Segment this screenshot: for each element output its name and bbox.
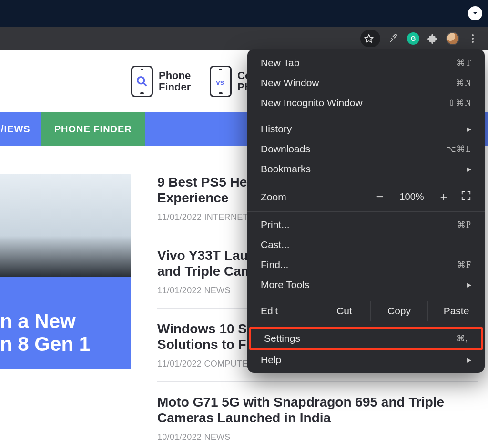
- menu-help[interactable]: Help▸: [247, 350, 485, 370]
- menu-bookmarks[interactable]: Bookmarks▸: [247, 159, 485, 179]
- hero-column: n a New n 8 Gen 1: [0, 174, 131, 448]
- menu-separator: [247, 182, 485, 182]
- fullscreen-icon[interactable]: [461, 190, 471, 203]
- menu-paste[interactable]: Paste: [427, 301, 485, 321]
- menu-print[interactable]: Print...⌘P: [247, 215, 485, 235]
- bookmark-star-button[interactable]: [360, 30, 380, 47]
- phone-finder-icon: [131, 66, 153, 97]
- zoom-in-button[interactable]: +: [439, 189, 448, 204]
- menu-cast[interactable]: Cast...: [247, 235, 485, 255]
- hero-headline: n a New n 8 Gen 1: [0, 277, 131, 369]
- chrome-main-menu: New Tab⌘T New Window⌘N New Incognito Win…: [247, 49, 485, 373]
- browser-titlebar: [0, 0, 488, 27]
- eyedropper-extension-icon[interactable]: [387, 32, 400, 45]
- hero-image: [0, 174, 131, 277]
- window-dropdown-icon[interactable]: [468, 6, 482, 20]
- profile-avatar[interactable]: [446, 32, 459, 45]
- menu-history[interactable]: History▸: [247, 119, 485, 139]
- menu-settings[interactable]: Settings⌘,: [251, 329, 481, 348]
- menu-separator: [247, 211, 485, 212]
- phone-finder-label: Phone Finder: [159, 70, 191, 93]
- grammarly-extension-icon[interactable]: G: [407, 32, 419, 45]
- menu-more-tools[interactable]: More Tools▸: [247, 275, 485, 295]
- nav-phone-finder[interactable]: PHONE FINDER: [41, 112, 145, 146]
- menu-new-tab[interactable]: New Tab⌘T: [247, 53, 485, 73]
- svg-text:vs: vs: [216, 78, 224, 86]
- menu-cut[interactable]: Cut: [318, 301, 370, 321]
- menu-incognito[interactable]: New Incognito Window⇧⌘N: [247, 93, 485, 113]
- chevron-right-icon: ▸: [459, 355, 471, 365]
- chevron-right-icon: ▸: [459, 164, 471, 174]
- compare-phones-icon: vs: [210, 66, 232, 97]
- menu-edit-row: Edit Cut Copy Paste: [247, 301, 485, 321]
- zoom-out-button[interactable]: −: [375, 189, 385, 204]
- menu-copy[interactable]: Copy: [370, 301, 427, 321]
- menu-new-window[interactable]: New Window⌘N: [247, 73, 485, 93]
- phone-finder-feature[interactable]: Phone Finder: [131, 66, 191, 97]
- kebab-menu-button[interactable]: [466, 32, 479, 45]
- compare-phones-feature[interactable]: vs Co Ph: [210, 66, 251, 97]
- chevron-right-icon: ▸: [459, 124, 471, 134]
- menu-find[interactable]: Find...⌘F: [247, 255, 485, 275]
- chevron-right-icon: ▸: [459, 279, 471, 290]
- menu-edit-label: Edit: [247, 301, 318, 321]
- extensions-puzzle-icon[interactable]: [426, 32, 439, 45]
- menu-downloads[interactable]: Downloads⌥⌘L: [247, 139, 485, 159]
- browser-toolbar: G: [0, 27, 488, 50]
- nav-reviews-partial[interactable]: /IEWS: [0, 112, 41, 146]
- svg-point-0: [138, 77, 144, 84]
- menu-separator: [247, 324, 485, 324]
- menu-zoom: Zoom − 100% +: [247, 185, 485, 209]
- star-icon: [362, 32, 376, 45]
- menu-separator: [247, 116, 485, 116]
- menu-separator: [247, 298, 485, 298]
- article-item[interactable]: Moto G71 5G with Snapdragon 695 and Trip…: [157, 394, 478, 448]
- zoom-value: 100%: [397, 191, 427, 202]
